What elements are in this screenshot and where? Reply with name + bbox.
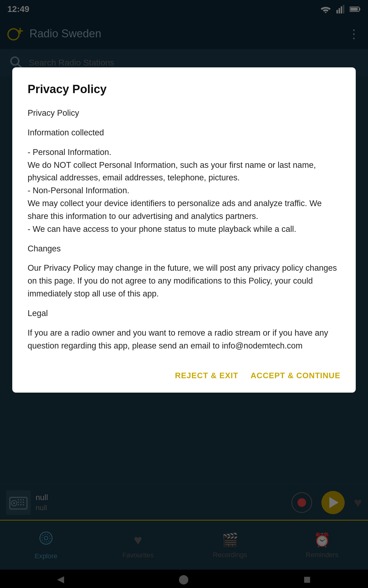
pp-heading1: Privacy Policy	[28, 107, 340, 120]
pp-changes-body: Our Privacy Policy may change in the fut…	[28, 262, 340, 300]
pp-changes-heading: Changes	[28, 243, 340, 255]
pp-personal: - Personal Information. We do NOT collec…	[28, 146, 340, 236]
dialog-actions: REJECT & EXIT ACCEPT & CONTINUE	[28, 365, 340, 380]
pp-legal-heading: Legal	[28, 307, 340, 320]
accept-continue-button[interactable]: ACCEPT & CONTINUE	[251, 371, 340, 380]
dialog-body: Privacy Policy Information collected - P…	[28, 107, 340, 352]
dialog-title: Privacy Policy	[28, 83, 340, 96]
pp-heading2: Information collected	[28, 126, 340, 139]
pp-legal-body: If you are a radio owner and you want to…	[28, 327, 340, 352]
reject-exit-button[interactable]: REJECT & EXIT	[175, 371, 239, 380]
privacy-policy-dialog: Privacy Policy Privacy Policy Informatio…	[12, 67, 356, 393]
